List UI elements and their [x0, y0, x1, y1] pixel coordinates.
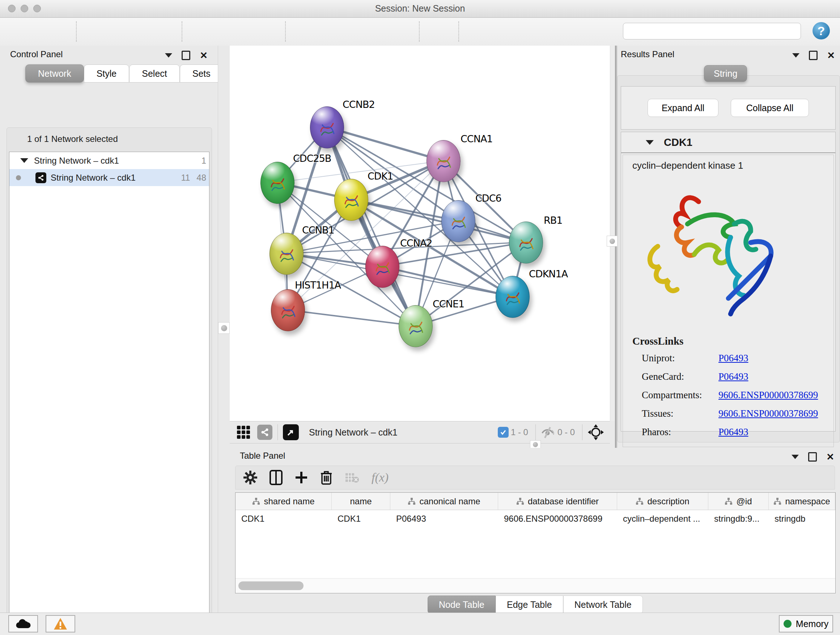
results-panel-menu-icon[interactable] [792, 53, 799, 57]
network-node-ccnb2[interactable] [310, 106, 344, 149]
entry-expander-icon[interactable] [646, 140, 654, 145]
collection-count: 1 [202, 156, 206, 166]
table-cell[interactable]: stringdb [769, 510, 835, 527]
network-node-rb1[interactable] [509, 222, 543, 264]
right-gutter[interactable] [610, 46, 615, 421]
add-icon[interactable] [295, 471, 308, 484]
column-header--id[interactable]: @id [708, 493, 769, 510]
control-panel-close-icon[interactable]: ✕ [200, 52, 208, 59]
show-hide-graphics-button[interactable] [532, 20, 556, 43]
table-cell[interactable]: CDK1 [235, 510, 332, 527]
network-node-cdc25b[interactable] [261, 162, 294, 204]
delete-trash-icon[interactable] [320, 470, 332, 485]
open-session-button[interactable] [15, 20, 38, 43]
show-columns-icon[interactable] [270, 470, 283, 485]
table-cell[interactable]: CDK1 [332, 510, 390, 527]
tab-string[interactable]: String [704, 65, 747, 82]
column-header-shared-name[interactable]: shared name [235, 493, 332, 510]
network-node-ccna1[interactable] [426, 140, 461, 182]
network-from-clipboard-button[interactable] [468, 20, 491, 43]
memory-button[interactable]: Memory [779, 615, 833, 632]
refresh-button[interactable] [428, 20, 451, 43]
table-cell[interactable]: stringdb:9... [708, 510, 769, 527]
cloud-button[interactable] [8, 615, 38, 632]
selected-checkbox-icon[interactable] [498, 427, 508, 438]
horizontal-splitter[interactable] [230, 443, 610, 448]
pan-crosshair-icon[interactable] [587, 424, 604, 440]
right-splitter-handle[interactable] [607, 236, 617, 247]
table-panel-float-icon[interactable] [808, 452, 817, 462]
network-node-ccna2[interactable] [365, 246, 399, 288]
tab-style[interactable]: Style [84, 65, 129, 82]
tab-select[interactable]: Select [129, 65, 180, 82]
import-table-button[interactable] [149, 20, 172, 43]
column-header-name[interactable]: name [332, 493, 390, 510]
table-settings-gear-icon[interactable] [243, 470, 257, 485]
control-panel-menu-icon[interactable] [165, 53, 172, 57]
warnings-button[interactable] [46, 615, 75, 632]
search-input[interactable] [639, 26, 745, 36]
import-network-from-database-button[interactable] [116, 20, 139, 43]
control-panel-float-icon[interactable] [182, 51, 190, 60]
export-table-button[interactable] [218, 20, 242, 43]
tab-sets[interactable]: Sets [180, 65, 223, 82]
table-cell[interactable]: P06493 [390, 510, 498, 527]
network-share-icon[interactable] [257, 424, 272, 440]
network-node-cdk1[interactable] [334, 179, 368, 221]
table-panel-menu-icon[interactable] [791, 455, 799, 459]
table-horizontal-scrollbar[interactable] [235, 578, 835, 593]
network-node-cdkn1a[interactable] [496, 276, 530, 318]
toolbar-separator [76, 21, 77, 42]
results-panel-title: Results Panel [621, 49, 674, 59]
table-cell[interactable]: cyclin–dependent ... [617, 510, 708, 527]
cloud-icon [16, 619, 31, 629]
results-panel-float-icon[interactable] [809, 51, 818, 60]
zoom-selected-button[interactable] [385, 20, 408, 43]
network-node-ccnb1[interactable] [270, 233, 303, 275]
crosslink-link[interactable]: P06493 [718, 371, 748, 382]
tab-network-table[interactable]: Network Table [563, 595, 643, 614]
entry-header[interactable]: CDK1 [621, 132, 835, 153]
zoom-in-button[interactable] [291, 20, 314, 43]
import-network-button[interactable] [82, 20, 105, 43]
table-panel-close-icon[interactable]: ✕ [826, 453, 834, 461]
left-splitter-handle[interactable] [218, 322, 230, 334]
network-node-hist1h1a[interactable] [271, 289, 305, 331]
birdseye-button[interactable] [563, 20, 586, 43]
table-row[interactable]: CDK1CDK1P064939606.ENSP00000378699cyclin… [235, 510, 835, 527]
crosslink-link[interactable]: 9606.ENSP00000378699 [718, 390, 818, 401]
tab-network[interactable]: Network [25, 65, 84, 82]
collapse-all-button[interactable]: Collapse All [731, 99, 809, 117]
grid-view-icon[interactable] [236, 425, 251, 440]
hidden-eye-icon[interactable] [541, 426, 555, 439]
table-cell[interactable]: 9606.ENSP00000378699 [498, 510, 617, 527]
column-header-database-identifier[interactable]: database identifier [498, 493, 617, 510]
zoom-out-button[interactable] [322, 20, 345, 43]
column-header-description[interactable]: description [617, 493, 708, 510]
crosslink-link[interactable]: 9606.ENSP00000378699 [718, 408, 818, 419]
protein-ribbon-thumbnail [516, 231, 536, 255]
column-header-canonical-name[interactable]: canonical name [390, 493, 498, 510]
scrollbar-thumb[interactable] [238, 581, 303, 590]
tab-node-table[interactable]: Node Table [428, 595, 496, 614]
zoom-fit-button[interactable] [352, 20, 376, 43]
network-tree-child-row[interactable]: String Network – cdk1 11 48 [9, 169, 209, 186]
network-node-ccne1[interactable] [399, 305, 433, 347]
export-network-button[interactable] [188, 20, 211, 43]
crosslink-link[interactable]: P06493 [718, 426, 748, 438]
help-button[interactable]: ? [813, 22, 830, 40]
column-header-namespace[interactable]: namespace [769, 493, 835, 510]
open-in-window-icon[interactable] [283, 424, 299, 440]
network-node-cdc6[interactable] [441, 200, 475, 242]
protein-ribbon-thumbnail [373, 255, 392, 279]
save-session-button[interactable] [46, 20, 69, 43]
crosslink-link[interactable]: P06493 [718, 353, 748, 364]
homes-button[interactable] [499, 20, 523, 43]
tree-expander-icon[interactable] [20, 158, 28, 163]
network-canvas[interactable]: CCNB2 CCNA1 CDC25B CDK1 CDC6 RB1 CCNB1 C… [230, 46, 610, 421]
network-tree-root-row[interactable]: String Network – cdk1 1 [9, 152, 209, 169]
export-image-button[interactable] [252, 20, 275, 43]
expand-all-button[interactable]: Expand All [647, 99, 718, 117]
tab-edge-table[interactable]: Edge Table [496, 595, 563, 614]
results-panel-close-icon[interactable]: ✕ [827, 52, 835, 59]
